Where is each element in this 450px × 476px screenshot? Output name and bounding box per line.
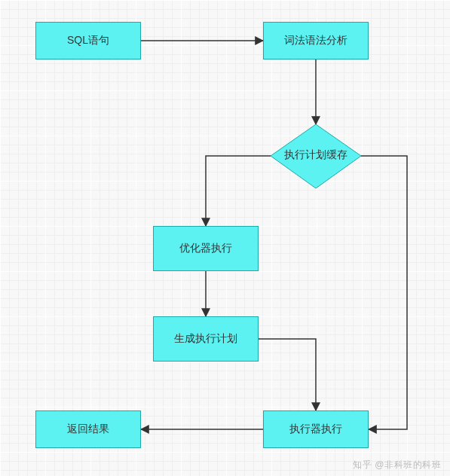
node-optimizer: 优化器执行 xyxy=(153,226,259,271)
node-label: 执行器执行 xyxy=(289,423,342,436)
node-label: 执行计划缓存 xyxy=(284,148,347,160)
node-gen-plan: 生成执行计划 xyxy=(153,316,259,362)
node-plan-cache-label: 执行计划缓存 xyxy=(271,148,361,162)
node-label: 生成执行计划 xyxy=(174,332,237,346)
node-label: 返回结果 xyxy=(67,423,109,436)
node-label: 优化器执行 xyxy=(179,242,232,255)
node-return-result: 返回结果 xyxy=(35,410,141,448)
node-executor: 执行器执行 xyxy=(263,410,369,448)
